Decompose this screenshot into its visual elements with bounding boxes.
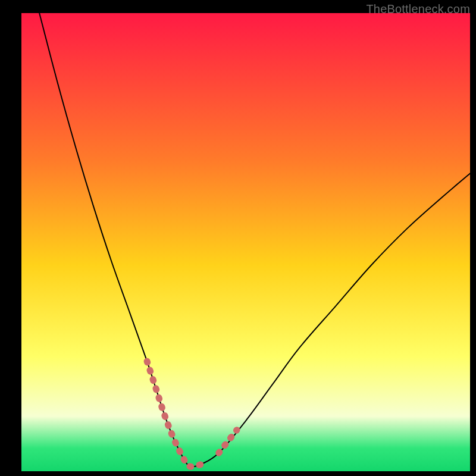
- bottleneck-chart: [0, 0, 476, 476]
- chart-stage: TheBottleneck.com: [0, 0, 476, 476]
- plot-background: [21, 13, 470, 471]
- watermark-text: TheBottleneck.com: [366, 2, 470, 16]
